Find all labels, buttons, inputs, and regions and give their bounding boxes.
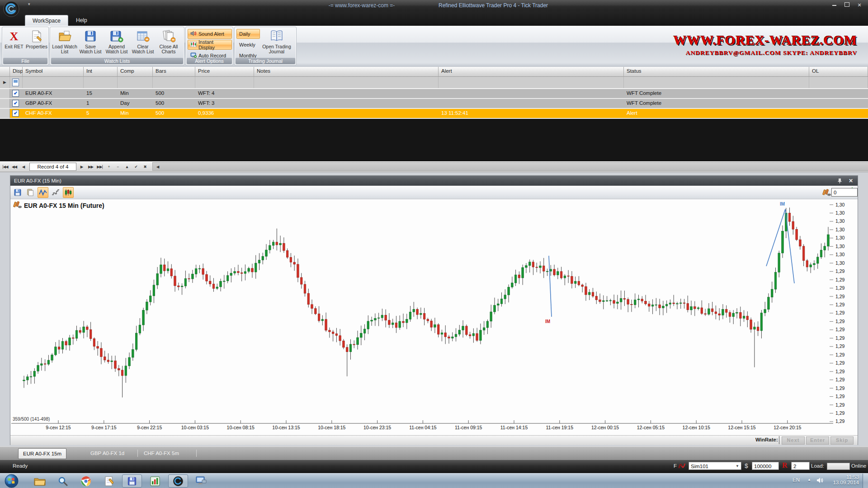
disp-checkbox[interactable]: ✔ bbox=[12, 110, 19, 117]
record-nav-button[interactable]: ▶▶ bbox=[87, 163, 94, 170]
taskbar-ret-app-icon[interactable] bbox=[168, 474, 188, 488]
watchlist-row-gbp[interactable]: ✔GBP A0-FX1Day500WFT: 3WFT Complete bbox=[0, 99, 868, 109]
record-nav-button[interactable]: ▶ bbox=[78, 163, 85, 170]
chart-area: 1,301,301,301,301,301,301,301,301,291,29… bbox=[10, 199, 858, 435]
clear-watch-list-button[interactable]: Clear Watch List bbox=[131, 29, 155, 57]
load-watch-list-button[interactable]: Load Watch List bbox=[52, 29, 77, 57]
winrate-label: WinRate: bbox=[755, 437, 778, 442]
svg-text:10-сен 03:15: 10-сен 03:15 bbox=[181, 425, 209, 430]
app-icon[interactable] bbox=[3, 1, 19, 17]
close-button[interactable]: ✕ bbox=[854, 1, 865, 9]
step-chart-mode-icon[interactable] bbox=[50, 187, 61, 198]
floppy-plus-icon bbox=[104, 29, 130, 44]
svg-text:1,29: 1,29 bbox=[835, 277, 845, 282]
taskbar-search-icon[interactable] bbox=[53, 474, 73, 488]
record-nav-button[interactable]: + bbox=[105, 163, 113, 170]
volume-icon[interactable] bbox=[816, 477, 824, 484]
svg-text:12-сен 20:15: 12-сен 20:15 bbox=[774, 425, 801, 430]
start-button[interactable] bbox=[5, 474, 19, 488]
candlestick-mode-icon[interactable] bbox=[63, 187, 74, 198]
group-label-alerts: Alert Options bbox=[187, 58, 232, 64]
watchlist-filter-row[interactable]: ▶ bbox=[0, 77, 868, 89]
account-select[interactable]: Sim101 ▼ bbox=[689, 462, 741, 470]
column-header-price[interactable]: Price bbox=[195, 67, 254, 77]
column-header-ol[interactable]: OL bbox=[809, 67, 868, 77]
line-chart-mode-icon[interactable] bbox=[38, 187, 48, 198]
cash-input[interactable]: 100000 bbox=[752, 462, 779, 470]
tray-date: 13.09.2014 bbox=[833, 480, 859, 485]
taskbar-explorer-icon[interactable] bbox=[30, 474, 50, 488]
record-nav-button[interactable]: ▶▶| bbox=[96, 163, 104, 170]
column-header-status[interactable]: Status bbox=[624, 67, 809, 77]
tray-clock[interactable]: 11:53 13.09.2014 bbox=[831, 474, 859, 485]
price-chart[interactable]: 1,301,301,301,301,301,301,301,301,291,29… bbox=[10, 199, 858, 435]
properties-button[interactable]: Properties bbox=[25, 29, 48, 57]
minimize-button[interactable] bbox=[828, 1, 840, 9]
daily-toggle[interactable]: Daily bbox=[236, 29, 260, 39]
column-header-notes[interactable]: Notes bbox=[254, 67, 439, 77]
chevron-down-icon: ▼ bbox=[736, 462, 739, 470]
exit-ret-button[interactable]: X Exit RET bbox=[2, 29, 26, 57]
show-desktop-button[interactable] bbox=[863, 474, 868, 488]
disp-checkbox[interactable]: ✔ bbox=[12, 90, 19, 97]
close-all-charts-button[interactable]: Close All Charts bbox=[156, 29, 181, 57]
append-watch-list-button[interactable]: Append Watch List bbox=[104, 29, 130, 57]
column-header-disp[interactable]: Disp bbox=[10, 67, 23, 77]
column-header-alert[interactable]: Alert bbox=[439, 67, 624, 77]
doc-tab-gbp[interactable]: GBP A0-FX 1d bbox=[86, 448, 129, 458]
tab-workspace[interactable]: WorkSpace bbox=[25, 15, 68, 26]
svg-text:9-сен 17:15: 9-сен 17:15 bbox=[91, 425, 117, 430]
instant-display-toggle[interactable]: Instant Display bbox=[188, 40, 232, 50]
next-button[interactable]: Next bbox=[782, 436, 805, 445]
record-nav-button[interactable]: ◀ bbox=[19, 163, 27, 170]
taskbar-chrome-icon[interactable] bbox=[76, 474, 96, 488]
skip-button[interactable]: Skip bbox=[830, 436, 854, 445]
sound-alert-toggle[interactable]: Sound Alert bbox=[188, 29, 232, 39]
chart-window-titlebar[interactable]: EUR A0-FX (15 Min) ✕ bbox=[10, 176, 858, 186]
bars-back-input[interactable]: 0 bbox=[831, 188, 858, 197]
record-nav-button[interactable]: |◀◀ bbox=[1, 163, 9, 170]
disp-checkbox[interactable]: ✔ bbox=[12, 100, 19, 107]
watchlist-row-eur[interactable]: ✔EUR A0-FX15Min500WFT: 4WFT Complete bbox=[0, 89, 868, 99]
chart-toolbar: MIN 0 bbox=[10, 186, 858, 199]
crayons-icon[interactable] bbox=[821, 187, 832, 198]
svg-text:1,29: 1,29 bbox=[835, 385, 845, 391]
open-trading-journal-button[interactable]: Open Trading Journal bbox=[259, 29, 294, 57]
column-header-comp[interactable]: Comp bbox=[118, 67, 153, 77]
record-nav-button[interactable]: ◀◀ bbox=[10, 163, 18, 170]
column-header-bars[interactable]: Bars bbox=[153, 67, 195, 77]
doc-tab-eur[interactable]: EUR A0-FX 15m bbox=[18, 448, 66, 459]
column-header-symbol[interactable]: Symbol bbox=[23, 67, 84, 77]
horizontal-scrollbar[interactable]: ◀ bbox=[152, 162, 868, 171]
maximize-button[interactable] bbox=[841, 1, 853, 9]
taskbar-save-tool-icon[interactable] bbox=[122, 474, 142, 488]
enter-button[interactable]: Enter bbox=[806, 436, 829, 445]
save-watch-list-button[interactable]: Save Watch List bbox=[78, 29, 103, 57]
tray-expand-icon[interactable]: ▲ bbox=[807, 478, 811, 482]
ribbon: X Exit RET Properties File Load Watch Li… bbox=[0, 26, 868, 67]
record-nav-button[interactable]: ✖ bbox=[141, 163, 149, 170]
record-nav-button[interactable]: ▲ bbox=[123, 163, 131, 170]
quick-access-dropdown-icon[interactable]: ▾ bbox=[28, 2, 30, 6]
disp-filter-cell[interactable] bbox=[10, 77, 23, 88]
taskbar-chart-app-icon[interactable] bbox=[145, 474, 165, 488]
watchlist-row-chf[interactable]: ✔CHF A0-FX5Min5000,933613 11:52:41Alert bbox=[0, 109, 868, 119]
risk-input[interactable]: 2 bbox=[791, 462, 810, 470]
taskbar-system-icon[interactable] bbox=[191, 474, 211, 488]
scrollbar-left-arrow[interactable]: ◀ bbox=[154, 163, 161, 170]
taskbar-notepad-icon[interactable] bbox=[99, 474, 119, 488]
chart-save-icon[interactable] bbox=[12, 187, 23, 198]
column-header-int[interactable]: Int bbox=[84, 67, 118, 77]
tab-help[interactable]: Help bbox=[69, 15, 94, 26]
doc-tab-chf[interactable]: CHF A0-FX 5m bbox=[139, 448, 184, 458]
record-nav-button[interactable]: ✔ bbox=[132, 163, 140, 170]
svg-text:IM: IM bbox=[780, 202, 785, 206]
record-nav-button[interactable]: − bbox=[114, 163, 122, 170]
pin-icon[interactable] bbox=[837, 176, 842, 187]
weekly-button[interactable]: Weekly bbox=[236, 40, 262, 50]
taskbar: EN ▲ 11:53 13.09.2014 bbox=[0, 473, 868, 488]
svg-text:10-сен 23:15: 10-сен 23:15 bbox=[363, 425, 391, 430]
chart-close-icon[interactable]: ✕ bbox=[849, 176, 853, 186]
tray-language[interactable]: EN bbox=[793, 477, 800, 483]
chart-copy-icon[interactable] bbox=[25, 187, 36, 198]
